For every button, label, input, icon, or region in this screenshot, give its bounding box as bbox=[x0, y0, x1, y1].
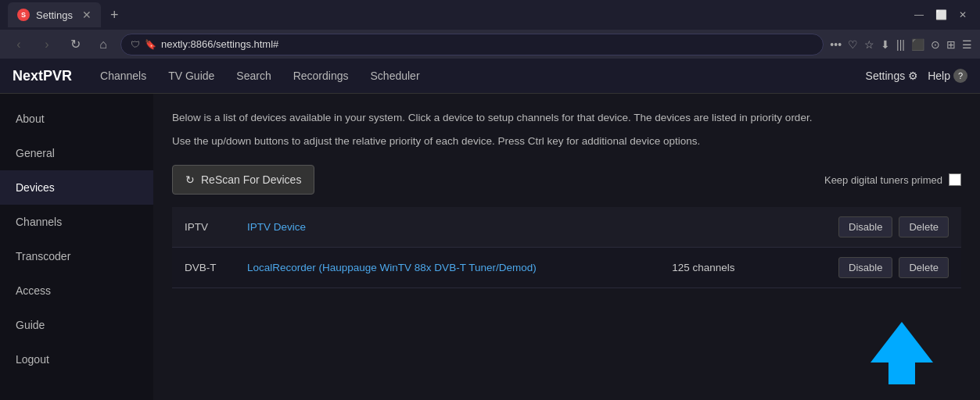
refresh-button[interactable]: ↻ bbox=[64, 34, 86, 55]
delete-button-1[interactable]: Delete bbox=[899, 216, 949, 238]
sidebar-item-channels[interactable]: Channels bbox=[0, 205, 153, 239]
hamburger-button[interactable]: ☰ bbox=[962, 38, 972, 51]
refresh-icon: ↻ bbox=[185, 173, 195, 186]
settings-icon: ⚙ bbox=[908, 70, 918, 82]
nav-channels[interactable]: Channels bbox=[91, 65, 156, 87]
device-actions-2: Disable Delete bbox=[778, 248, 961, 288]
action-buttons-2: Disable Delete bbox=[791, 257, 949, 278]
action-buttons-1: Disable Delete bbox=[791, 216, 949, 238]
minimize-button[interactable]: — bbox=[910, 5, 928, 24]
browser-titlebar: S Settings ✕ + — ⬜ ✕ bbox=[0, 0, 980, 30]
device-name-link-2[interactable]: LocalRecorder (Hauppauge WinTV 88x DVB-T… bbox=[247, 262, 537, 273]
settings-label: Settings bbox=[866, 70, 906, 82]
arrow-head bbox=[871, 322, 933, 362]
sidebar: About General Devices Channels Transcode… bbox=[0, 94, 153, 400]
sidebar-item-transcoder[interactable]: Transcoder bbox=[0, 239, 153, 273]
nav-recordings[interactable]: Recordings bbox=[284, 65, 358, 87]
nav-right: Settings ⚙ Help ? bbox=[866, 69, 967, 83]
device-channels-1 bbox=[659, 207, 778, 248]
bookmarks-button[interactable]: ||| bbox=[896, 38, 905, 51]
sidebar-item-about[interactable]: About bbox=[0, 102, 153, 136]
table-row: IPTV IPTV Device Disable Delete bbox=[172, 207, 961, 248]
tab-favicon: S bbox=[17, 9, 30, 21]
forward-button[interactable]: › bbox=[36, 34, 58, 55]
maximize-button[interactable]: ⬜ bbox=[932, 5, 950, 24]
nav-links: Channels TV Guide Search Recordings Sche… bbox=[91, 65, 866, 87]
table-row: DVB-T LocalRecorder (Hauppauge WinTV 88x… bbox=[172, 248, 961, 288]
sidebar-item-logout[interactable]: Logout bbox=[0, 342, 153, 377]
browser-toolbar: ‹ › ↻ ⌂ 🛡 🔖 nextly:8866/settings.html# •… bbox=[0, 30, 980, 59]
arrow-up-container bbox=[871, 322, 933, 384]
help-label: Help bbox=[928, 70, 950, 82]
download-button[interactable]: ⬇ bbox=[881, 38, 890, 51]
overflow-menu-button[interactable]: ••• bbox=[830, 38, 842, 51]
keep-primed-container: Keep digital tuners primed bbox=[824, 173, 961, 186]
nav-search[interactable]: Search bbox=[227, 65, 280, 87]
top-nav: NextPVR Channels TV Guide Search Recordi… bbox=[0, 59, 980, 94]
app-wrapper: NextPVR Channels TV Guide Search Recordi… bbox=[0, 59, 980, 400]
close-button[interactable]: ✕ bbox=[953, 5, 972, 24]
keep-primed-checkbox[interactable] bbox=[949, 173, 961, 186]
arrow-shaft bbox=[888, 361, 915, 384]
device-actions-1: Disable Delete bbox=[778, 207, 961, 248]
delete-button-2[interactable]: Delete bbox=[899, 257, 949, 278]
sidebar-item-guide[interactable]: Guide bbox=[0, 308, 153, 342]
description-line2: Use the up/down buttons to adjust the re… bbox=[172, 133, 907, 150]
device-name-link-1[interactable]: IPTV Device bbox=[247, 221, 306, 233]
main-content: Below is a list of devices available in … bbox=[153, 94, 980, 400]
nav-scheduler[interactable]: Scheduler bbox=[361, 65, 429, 87]
pocket-button[interactable]: ♡ bbox=[848, 38, 858, 51]
device-channels-2: 125 channels bbox=[659, 248, 778, 288]
star-button[interactable]: ☆ bbox=[864, 38, 874, 51]
tab-close-button[interactable]: ✕ bbox=[82, 9, 92, 21]
toolbar-right: ••• ♡ ☆ ⬇ ||| ⬛ ⊙ ⊞ ☰ bbox=[830, 38, 972, 51]
device-name-cell-1: IPTV Device bbox=[235, 207, 659, 248]
settings-link[interactable]: Settings ⚙ bbox=[866, 70, 919, 82]
help-link[interactable]: Help ? bbox=[928, 69, 967, 83]
extensions-button[interactable]: ⊞ bbox=[946, 38, 956, 51]
security-icon: 🛡 bbox=[131, 39, 140, 50]
address-bar[interactable]: 🛡 🔖 nextly:8866/settings.html# bbox=[120, 34, 824, 55]
device-type-2: DVB-T bbox=[172, 248, 235, 288]
keep-primed-label: Keep digital tuners primed bbox=[824, 174, 942, 186]
device-type-1: IPTV bbox=[172, 207, 235, 248]
screenshot-button[interactable]: ⬛ bbox=[911, 38, 924, 51]
favicon-icon: 🔖 bbox=[145, 39, 156, 50]
nav-tvguide[interactable]: TV Guide bbox=[159, 65, 224, 87]
description-line1: Below is a list of devices available in … bbox=[172, 109, 907, 127]
address-text: nextly:8866/settings.html# bbox=[161, 38, 813, 50]
disable-button-1[interactable]: Disable bbox=[838, 216, 892, 238]
sidebar-item-devices[interactable]: Devices bbox=[0, 170, 153, 205]
new-tab-button[interactable]: + bbox=[110, 7, 119, 23]
home-button[interactable]: ⌂ bbox=[92, 34, 114, 55]
disable-button-2[interactable]: Disable bbox=[838, 257, 892, 278]
devices-table: IPTV IPTV Device Disable Delete bbox=[172, 207, 961, 288]
sidebar-item-general[interactable]: General bbox=[0, 136, 153, 170]
rescan-label: ReScan For Devices bbox=[201, 173, 301, 186]
help-icon: ? bbox=[953, 69, 967, 83]
sidebar-item-access[interactable]: Access bbox=[0, 273, 153, 308]
browser-chrome: S Settings ✕ + — ⬜ ✕ ‹ › ↻ ⌂ 🛡 🔖 nextly:… bbox=[0, 0, 980, 59]
toolbar-row: ↻ ReScan For Devices Keep digital tuners… bbox=[172, 165, 961, 195]
brand-logo: NextPVR bbox=[13, 68, 72, 84]
profile-button[interactable]: ⊙ bbox=[931, 38, 940, 51]
rescan-button[interactable]: ↻ ReScan For Devices bbox=[172, 165, 314, 195]
tab-title: Settings bbox=[36, 9, 73, 21]
back-button[interactable]: ‹ bbox=[8, 34, 30, 55]
browser-tab[interactable]: S Settings ✕ bbox=[8, 2, 101, 27]
content-area: About General Devices Channels Transcode… bbox=[0, 94, 980, 400]
window-controls: — ⬜ ✕ bbox=[910, 5, 972, 24]
device-name-cell-2: LocalRecorder (Hauppauge WinTV 88x DVB-T… bbox=[235, 248, 659, 288]
